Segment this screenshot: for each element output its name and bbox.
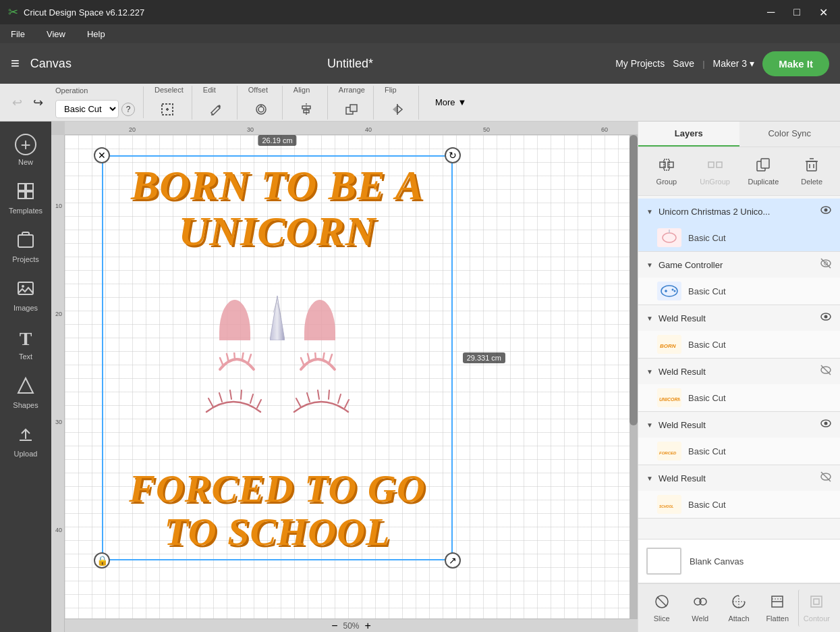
ungroup-button[interactable]: UnGroup	[692, 153, 738, 190]
visibility-button-weld-2[interactable]	[820, 364, 832, 379]
flatten-button[interactable]: Flatten	[760, 589, 795, 627]
edit-icon	[208, 102, 223, 117]
ruler-mark-60: 60	[601, 126, 608, 133]
deselect-button[interactable]	[155, 99, 180, 120]
attach-button[interactable]: Attach	[721, 589, 756, 627]
delete-button[interactable]: Delete	[789, 153, 835, 190]
rotate-handle[interactable]: ↻	[445, 147, 461, 163]
right-cheek-lashes	[291, 388, 352, 417]
sidebar-item-shapes[interactable]: Shapes	[3, 370, 49, 416]
svg-rect-51	[668, 162, 673, 167]
contour-button[interactable]: Contour	[798, 589, 835, 627]
sidebar-item-text[interactable]: T Text	[3, 321, 49, 367]
sidebar-item-upload[interactable]: Upload	[3, 419, 49, 465]
layer-item-label-weld-3: Basic Cut	[688, 446, 832, 456]
make-it-button[interactable]: Make It	[762, 51, 829, 76]
zoom-in-button[interactable]: +	[365, 620, 371, 632]
right-panel-tabs: Layers Color Sync	[638, 122, 840, 147]
visibility-button-weld-4[interactable]	[820, 471, 832, 485]
menu-help[interactable]: Help	[82, 26, 111, 42]
right-panel: Layers Color Sync Group UnGroup	[638, 122, 840, 632]
layers-list[interactable]: ▼ Unicorn Christmas 2 Unico... Basic Cut…	[638, 196, 840, 539]
layer-group-header-weld-1[interactable]: ▼ Weld Result	[638, 305, 840, 331]
layer-group-header-weld-4[interactable]: ▼ Weld Result	[638, 465, 840, 491]
offset-button[interactable]	[248, 99, 274, 120]
tab-color-sync[interactable]: Color Sync	[739, 122, 841, 147]
sidebar-item-templates[interactable]: Templates	[3, 176, 49, 221]
operation-help-button[interactable]: ?	[121, 103, 135, 116]
svg-line-33	[301, 358, 304, 366]
svg-point-63	[824, 209, 828, 212]
scale-handle[interactable]: ↗	[445, 552, 461, 569]
ruler-left: 10 20 30 40	[51, 135, 65, 632]
layer-group-header-gamecontroller[interactable]: ▼ Game Controller	[638, 252, 840, 278]
app-logo: ✂	[8, 5, 18, 20]
arrange-group: Arrange	[339, 86, 374, 120]
visibility-button-gamecontroller[interactable]	[820, 257, 832, 272]
artwork-unicorn-face	[203, 300, 352, 421]
arrange-button[interactable]	[339, 99, 364, 120]
layer-item-gamecontroller[interactable]: Basic Cut	[638, 278, 840, 305]
svg-line-32	[248, 354, 251, 363]
layer-item-weld-2[interactable]: UNICORN Basic Cut	[638, 384, 840, 411]
visibility-button-weld-1[interactable]	[820, 311, 832, 325]
collapse-icon: ▼	[646, 368, 653, 375]
edit-button[interactable]	[203, 99, 229, 120]
sidebar-item-projects[interactable]: Projects	[3, 224, 49, 270]
canvas-scrollbar[interactable]	[629, 135, 638, 618]
menu-view[interactable]: View	[41, 26, 71, 42]
hamburger-menu-button[interactable]: ≡	[11, 55, 20, 72]
canvas-area[interactable]: 20 30 40 50 60 10 20 30 40 ✕ ↻ 🔒 ↗ 26.19…	[51, 122, 638, 632]
machine-selector[interactable]: Maker 3 ▾	[713, 58, 755, 69]
operation-select[interactable]: Basic Cut Draw Score Engrave Deboss Wave	[55, 100, 119, 118]
eyes-row	[217, 352, 338, 375]
close-button[interactable]: ✕	[815, 5, 832, 20]
operation-group: Operation Basic Cut Draw Score Engrave D…	[55, 86, 144, 118]
group-button[interactable]: Group	[644, 153, 690, 190]
layer-group-weld-4: ▼ Weld Result SCHOOL Basic Cut	[638, 465, 840, 519]
align-button[interactable]	[293, 99, 319, 120]
svg-point-72	[672, 289, 674, 291]
duplicate-icon	[755, 157, 771, 176]
save-button[interactable]: Save	[673, 58, 694, 69]
visibility-button-weld-3[interactable]	[820, 417, 832, 432]
svg-line-34	[308, 354, 310, 362]
weld-button[interactable]: Weld	[682, 589, 718, 627]
right-ear	[304, 300, 335, 340]
layer-item-weld-3[interactable]: FORCED Basic Cut	[638, 438, 840, 465]
eye-hidden-icon	[820, 257, 832, 269]
sidebar-item-label: Templates	[9, 207, 43, 215]
layer-group-header-weld-2[interactable]: ▼ Weld Result	[638, 359, 840, 384]
svg-line-35	[315, 352, 316, 359]
redo-button[interactable]: ↪	[29, 93, 47, 113]
sidebar-item-images[interactable]: Images	[3, 273, 49, 319]
maximize-button[interactable]: □	[789, 5, 804, 20]
artwork-container: BORN TO BE A UNICORN	[103, 157, 451, 559]
slice-button[interactable]: Slice	[644, 589, 679, 627]
layer-group-header-unicorn[interactable]: ▼ Unicorn Christmas 2 Unico...	[638, 199, 840, 224]
undo-button[interactable]: ↩	[8, 93, 26, 113]
scrollbar-thumb[interactable]	[629, 135, 638, 425]
flip-button[interactable]	[385, 99, 410, 120]
layer-item-weld-4[interactable]: SCHOOL Basic Cut	[638, 491, 840, 518]
svg-line-38	[208, 398, 213, 407]
my-projects-link[interactable]: My Projects	[615, 58, 665, 69]
layer-group-header-weld-3[interactable]: ▼ Weld Result	[638, 412, 840, 438]
zoom-out-button[interactable]: −	[331, 620, 337, 632]
lock-handle[interactable]: 🔒	[94, 552, 110, 569]
collapse-icon: ▼	[646, 208, 653, 215]
project-title[interactable]: Untitled*	[327, 57, 373, 70]
layer-item-unicorn[interactable]: Basic Cut	[638, 224, 840, 251]
duplicate-button[interactable]: Duplicate	[741, 153, 787, 190]
layer-group-weld-2: ▼ Weld Result UNICORN Basic Cut	[638, 359, 840, 412]
minimize-button[interactable]: ─	[763, 5, 779, 20]
more-button[interactable]: More ▼	[430, 95, 472, 110]
layer-item-weld-1[interactable]: BORN Basic Cut	[638, 331, 840, 358]
visibility-button-unicorn[interactable]	[820, 204, 832, 219]
tab-layers[interactable]: Layers	[638, 122, 739, 147]
close-handle[interactable]: ✕	[94, 147, 110, 163]
canvas-grid[interactable]: ✕ ↻ 🔒 ↗ 26.19 cm 29.331 cm BORN TO BE A …	[65, 135, 638, 618]
menu-file[interactable]: File	[5, 26, 30, 42]
svg-rect-56	[761, 159, 769, 168]
sidebar-item-new[interactable]: + New	[3, 127, 49, 173]
